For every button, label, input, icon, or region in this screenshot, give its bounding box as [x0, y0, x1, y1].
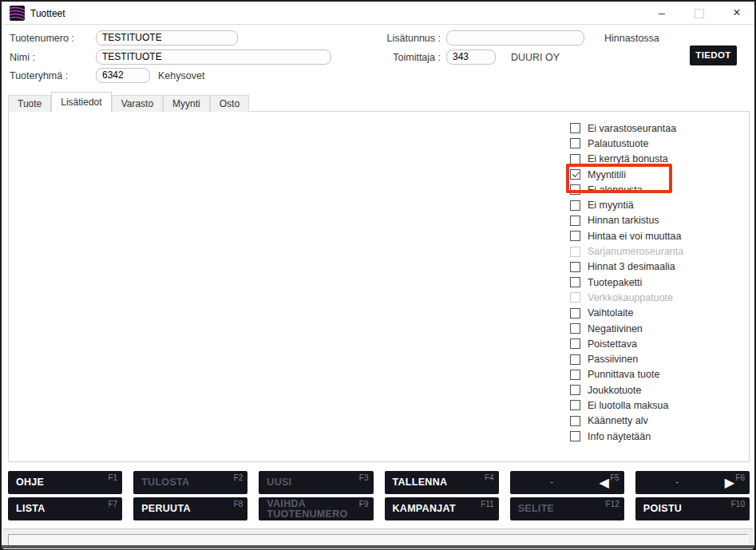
- checkbox-hinnat-3-desimaalia[interactable]: Hinnat 3 desimaalia: [570, 259, 683, 275]
- checkbox-icon[interactable]: [570, 169, 580, 180]
- peruuta-button[interactable]: PERUUTA F8: [133, 497, 247, 520]
- checkbox-poistettava[interactable]: Poistettava: [570, 336, 683, 351]
- checkbox-icon[interactable]: [570, 216, 580, 226]
- tuotenumero-input[interactable]: TESTITUOTE: [96, 30, 238, 46]
- function-key-label: F5: [610, 473, 619, 482]
- product-flags-list: Ei varastoseurantaa Palautustuote Ei ker…: [570, 121, 683, 444]
- checkbox-label: Ei myyntiä: [588, 200, 634, 211]
- tallenna-button[interactable]: TALLENNA F4: [385, 471, 499, 494]
- function-key-label: F10: [731, 500, 745, 508]
- checkbox-punnittava-tuote[interactable]: Punnittava tuote: [570, 367, 683, 382]
- window-title: Tuotteet: [30, 8, 65, 19]
- footer-button-bar: OHJE F1 TULOSTA F2 UUSI F3 TALLENNA F4 -…: [8, 471, 750, 520]
- button-label: SELITE: [518, 504, 555, 514]
- tuotenumero-label: Tuotenumero :: [10, 33, 74, 44]
- nimi-input[interactable]: TESTITUOTE: [96, 49, 331, 65]
- maximize-icon[interactable]: [686, 3, 713, 24]
- tab[interactable]: Lisätiedot: [51, 92, 111, 112]
- function-key-label: F8: [234, 500, 243, 508]
- button-label: OHJE: [16, 477, 44, 488]
- checkbox-label: Poistettava: [588, 338, 637, 350]
- function-key-label: F9: [359, 500, 369, 508]
- tiedot-button[interactable]: TIEDOT: [690, 46, 737, 65]
- checkbox-icon[interactable]: [570, 292, 580, 303]
- bottom-edge-strip: [2, 545, 754, 548]
- checkbox-vaihtolaite[interactable]: Vaihtolaite: [570, 306, 683, 321]
- lisatunnus-input[interactable]: [446, 30, 584, 46]
- checkbox-sarjanumeroseuranta[interactable]: Sarjanumeroseuranta: [570, 243, 683, 259]
- tuoteryhma-label: Tuoteryhmä :: [10, 70, 68, 81]
- tab[interactable]: Myynti: [163, 95, 210, 112]
- checkbox-joukkotuote[interactable]: Joukkotuote: [570, 382, 683, 398]
- lista-button[interactable]: LISTA F7: [8, 497, 122, 520]
- uusi-button[interactable]: UUSI F3: [259, 471, 373, 494]
- checkbox-ei-myyntia[interactable]: Ei myyntiä: [570, 197, 683, 212]
- checkbox-icon[interactable]: [570, 354, 580, 365]
- tab[interactable]: Tuote: [8, 95, 51, 112]
- checkbox-ei-alennusta[interactable]: Ei alennusta: [570, 182, 683, 197]
- toimittaja-input[interactable]: 343: [446, 49, 496, 65]
- button-label: PERUUTA: [141, 504, 191, 514]
- function-key-label: F3: [359, 473, 369, 482]
- function-key-label: F7: [108, 500, 117, 508]
- checkbox-info-naytetaan[interactable]: Info näytetään: [570, 429, 683, 444]
- selite-button[interactable]: SELITE F12: [510, 497, 624, 520]
- ohje-button[interactable]: OHJE F1: [8, 471, 122, 494]
- close-icon[interactable]: ×: [723, 3, 750, 24]
- checkbox-passiivinen[interactable]: Passiivinen: [570, 351, 683, 366]
- checkbox-icon[interactable]: [570, 154, 580, 164]
- tab[interactable]: Osto: [210, 95, 249, 112]
- tuoteryhma-input[interactable]: 6342: [96, 68, 150, 83]
- function-key-label: F2: [234, 473, 243, 482]
- checkbox-icon[interactable]: [570, 400, 580, 410]
- poistu-button[interactable]: POISTU F10: [635, 497, 750, 520]
- checkbox-icon[interactable]: [570, 231, 580, 241]
- checkbox-verkkokauppatuote[interactable]: Verkkokauppatuote: [570, 290, 683, 305]
- nav-arrow-icon: ◀: [600, 476, 609, 489]
- button-label: -: [635, 477, 719, 487]
- checkbox-icon[interactable]: [570, 308, 580, 319]
- checkbox-icon[interactable]: [570, 385, 580, 395]
- vaihda-tuotenumero-button[interactable]: VAIHDA TUOTENUMERO F9: [259, 497, 373, 520]
- checkbox-icon[interactable]: [570, 323, 580, 334]
- checkbox-label: Punnittava tuote: [588, 369, 659, 380]
- checkbox-ei-luotolla-maksua[interactable]: Ei luotolla maksua: [570, 398, 683, 413]
- checkbox-icon[interactable]: [570, 262, 580, 272]
- checkbox-icon[interactable]: [570, 370, 580, 380]
- checkbox-hinnan-tarkistus[interactable]: Hinnan tarkistus: [570, 213, 683, 228]
- function-key-label: F12: [606, 500, 619, 508]
- next-button[interactable]: - F6 ▶: [635, 471, 750, 494]
- function-key-label: F6: [735, 473, 745, 482]
- checkbox-label: Joukkotuote: [588, 385, 641, 396]
- checkbox-kaannetty-alv[interactable]: Käännetty alv: [570, 413, 683, 429]
- checkbox-icon[interactable]: [570, 277, 580, 287]
- checkbox-icon[interactable]: [570, 184, 580, 195]
- kampanjat-button[interactable]: KAMPANJAT F11: [385, 497, 499, 520]
- button-label: KAMPANJAT: [393, 504, 456, 514]
- checkbox-icon[interactable]: [570, 338, 580, 349]
- checkbox-icon[interactable]: [570, 431, 580, 441]
- previous-button[interactable]: - F5 ◀: [510, 471, 624, 494]
- toimittaja-name-label: DUURI OY: [511, 52, 560, 63]
- checkbox-hintaa-ei-voi-muuttaa[interactable]: Hintaa ei voi muuttaa: [570, 228, 683, 243]
- minimize-icon[interactable]: –: [648, 3, 675, 24]
- checkbox-myyntitili[interactable]: Myyntitili: [570, 167, 683, 182]
- checkbox-tuotepaketti[interactable]: Tuotepaketti: [570, 275, 683, 290]
- checkbox-ei-varastoseurantaa[interactable]: Ei varastoseurantaa: [570, 121, 683, 136]
- button-label: TALLENNA: [393, 477, 448, 488]
- checkbox-label: Negatiivinen: [588, 323, 643, 334]
- checkbox-icon[interactable]: [570, 123, 580, 133]
- checkbox-palautustuote[interactable]: Palautustuote: [570, 136, 683, 151]
- checkbox-icon[interactable]: [570, 416, 580, 426]
- checkbox-ei-kerryta-bonusta[interactable]: Ei kerrytä bonusta: [570, 152, 683, 167]
- title-bar: Tuotteet – ×: [3, 3, 753, 25]
- checkbox-icon[interactable]: [570, 200, 580, 211]
- checkbox-negatiivinen[interactable]: Negatiivinen: [570, 321, 683, 336]
- checkbox-icon[interactable]: [570, 138, 580, 148]
- checkbox-label: Vaihtolaite: [588, 307, 633, 319]
- tab[interactable]: Varasto: [112, 95, 163, 112]
- button-label: -: [510, 477, 594, 487]
- toimittaja-label: Toimittaja :: [365, 52, 441, 63]
- checkbox-icon[interactable]: [570, 247, 580, 257]
- tulosta-button[interactable]: TULOSTA F2: [133, 471, 247, 494]
